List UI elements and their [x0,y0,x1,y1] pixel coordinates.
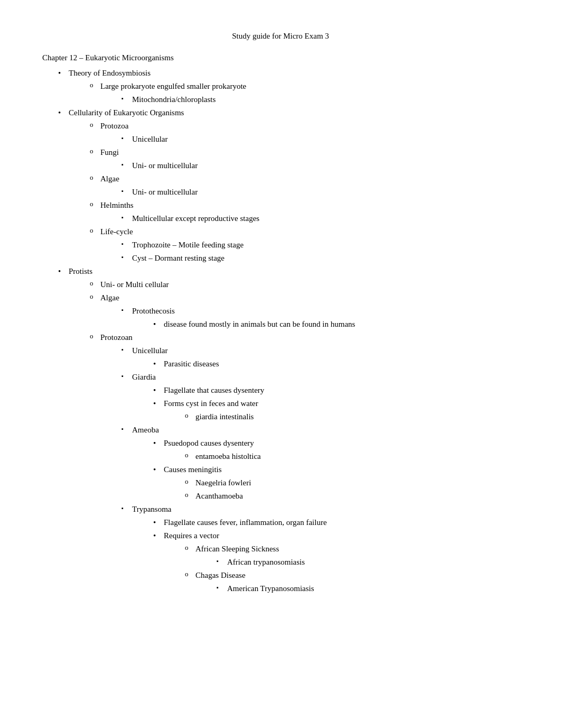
list-item: Requires a vector African Sleeping Sickn… [153,529,519,595]
list-item: Parasitic diseases [153,357,519,370]
sub-list: Trophozoite – Motile feeding stage Cyst … [100,238,519,264]
sub-list: disease found mostly in animals but can … [132,318,519,330]
list-item: Psuedopod causes dysentery entamoeba his… [153,437,519,463]
list-item: giardia intestinalis [185,410,519,423]
sub-list: Flagellate that causes dysentery Forms c… [132,384,519,423]
list-item: Forms cyst in feces and water giardia in… [153,397,519,423]
sub-list: Multicellular except reproductive stages [100,212,519,225]
list-item: American Trypanosomiasis [217,582,519,595]
list-item: Flagellate causes fever, inflammation, o… [153,516,519,529]
list-item: entamoeba histoltica [185,450,519,463]
sub-list: Uni- or Multi cellular Algae Protothecos… [69,278,519,595]
sub-list: Flagellate causes fever, inflammation, o… [132,516,519,595]
list-item: Mitochondria/chloroplasts [121,93,519,106]
list-item: Trypansoma Flagellate causes fever, infl… [121,503,519,595]
list-item: Algae Uni- or multicellular [90,172,519,198]
list-item: Cellularity of Eukaryotic Organisms Prot… [58,106,519,264]
sub-list: African trypanosomiasis [195,556,519,568]
sub-list: Naegelria fowleri Acanthamoeba [164,476,519,502]
sub-list: African Sleeping Sickness African trypan… [164,542,519,595]
sub-list: Uni- or multicellular [100,159,519,172]
sub-list: Parasitic diseases [132,357,519,370]
sub-list: giardia intestinalis [164,410,519,423]
list-item: Protozoa Unicellular [90,119,519,145]
list-item: Helminths Multicellular except reproduct… [90,199,519,225]
list-item: African Sleeping Sickness African trypan… [185,542,519,568]
list-item: Large prokaryote engulfed smaller prokar… [90,80,519,106]
list-item: Uni- or multicellular [121,186,519,198]
list-item: African trypanosomiasis [217,556,519,568]
list-item: Protozoan Unicellular Parasitic diseases [90,331,519,595]
sub-list: American Trypanosomiasis [195,582,519,595]
list-item: Causes meningitis Naegelria fowleri Acan… [153,463,519,502]
list-item: Flagellate that causes dysentery [153,384,519,397]
sub-list: entamoeba histoltica [164,450,519,463]
sub-list: Unicellular Parasitic diseases Giardia [100,344,519,595]
list-item: Life-cycle Trophozoite – Motile feeding … [90,225,519,264]
list-item: Ameoba Psuedopod causes dysentery entamo… [121,423,519,502]
sub-list: Protothecosis disease found mostly in an… [100,305,519,330]
page-title: Study guide for Micro Exam 3 [42,32,519,41]
list-item: Uni- or multicellular [121,159,519,172]
list-item: Uni- or Multi cellular [90,278,519,291]
sub-list: Psuedopod causes dysentery entamoeba his… [132,437,519,502]
sub-list: Large prokaryote engulfed smaller prokar… [69,80,519,106]
sub-list: Mitochondria/chloroplasts [100,93,519,106]
list-item: Trophozoite – Motile feeding stage [121,238,519,251]
sub-list: Unicellular [100,133,519,145]
list-item: Multicellular except reproductive stages [121,212,519,225]
list-item: Theory of Endosymbiosis Large prokaryote… [58,67,519,106]
list-item: Cyst – Dormant resting stage [121,252,519,264]
list-item: Protists Uni- or Multi cellular Algae Pr… [58,265,519,595]
list-item: Protothecosis disease found mostly in an… [121,305,519,330]
list-item: Fungi Uni- or multicellular [90,146,519,172]
list-item: Algae Protothecosis disease found mostly… [90,291,519,330]
main-list: Theory of Endosymbiosis Large prokaryote… [42,67,519,595]
sub-list: Uni- or multicellular [100,186,519,198]
chapter-heading: Chapter 12 – Eukaryotic Microorganisms [42,53,519,62]
list-item: Unicellular [121,133,519,145]
list-item: Giardia Flagellate that causes dysentery… [121,371,519,423]
list-item: Unicellular Parasitic diseases [121,344,519,370]
sub-list: Protozoa Unicellular Fungi Uni- or multi… [69,119,519,264]
list-item: Naegelria fowleri [185,476,519,489]
list-item: Acanthamoeba [185,490,519,502]
list-item: disease found mostly in animals but can … [153,318,519,330]
list-item: Chagas Disease American Trypanosomiasis [185,569,519,595]
